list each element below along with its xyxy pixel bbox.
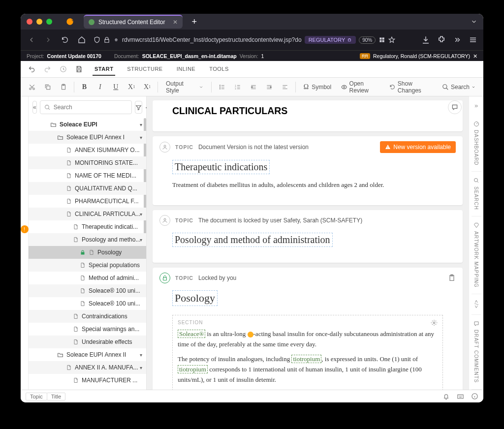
align-button[interactable]: [278, 80, 292, 94]
tree-item[interactable]: Special populations: [29, 259, 146, 272]
heading-therapeutic-indications[interactable]: Therapeutic indications: [172, 160, 270, 174]
comment-bubble-button[interactable]: [448, 100, 462, 114]
heading-clinical-particulars[interactable]: CLINICAL PARTICULARS: [172, 105, 443, 117]
tree-item[interactable]: Contraindications: [29, 310, 146, 323]
tree-item[interactable]: CLINICAL PARTICULA...▾: [29, 208, 146, 220]
breadcrumb-title[interactable]: Title: [47, 393, 65, 400]
posology-paragraph-2[interactable]: The potency of insulin analogues, includ…: [178, 354, 438, 385]
close-window[interactable]: [27, 19, 32, 25]
rtab-comments[interactable]: DRAFT COMMENTS: [472, 315, 481, 389]
tree-item[interactable]: NAME OF THE MEDI...: [29, 169, 146, 182]
search-input[interactable]: [54, 104, 127, 111]
forward-button[interactable]: [43, 35, 53, 45]
tab-structure[interactable]: STRUCTURE: [125, 63, 164, 76]
posology-paragraph-1[interactable]: Soleace® is an ultra-long -acting basal …: [178, 329, 438, 350]
tree-item[interactable]: Special warnings an...: [29, 323, 146, 336]
maximize-window[interactable]: [46, 19, 52, 25]
back-button[interactable]: [27, 35, 36, 45]
tree-item[interactable]: Soleace EUPI▾: [29, 118, 146, 131]
soleace-ref[interactable]: Soleace®: [178, 330, 205, 338]
reload-button[interactable]: [60, 35, 70, 45]
clipboard-icon[interactable]: [448, 274, 456, 282]
italic-button[interactable]: I: [93, 80, 107, 94]
show-changes-button[interactable]: Show Changes: [385, 80, 437, 94]
bold-button[interactable]: B: [77, 80, 92, 94]
paste-button[interactable]: [56, 80, 71, 94]
tree-item[interactable]: Soleace® 100 uni...: [29, 297, 146, 310]
subscript-button[interactable]: X1: [124, 80, 139, 94]
tree-item[interactable]: Method of admini...: [29, 272, 146, 284]
reader-icon[interactable]: [378, 36, 385, 43]
indent-button[interactable]: [262, 80, 277, 94]
number-list-button[interactable]: 123: [230, 80, 245, 94]
superscript-button[interactable]: X1: [140, 80, 155, 94]
tree-item[interactable]: Undesirable effects: [29, 336, 146, 348]
tab-inline[interactable]: INLINE: [175, 63, 197, 76]
cut-button[interactable]: [25, 80, 39, 94]
save-button[interactable]: [72, 62, 86, 76]
rtab-dashboard[interactable]: DASHBOARD: [472, 115, 481, 172]
tabs-dropdown-icon[interactable]: [471, 18, 477, 25]
breadcrumb-topic[interactable]: Topic: [26, 393, 47, 400]
browser-tab[interactable]: Structured Content Editor ✕: [84, 15, 183, 29]
tiotropium-ref-2[interactable]: tiotropium: [178, 365, 208, 373]
new-version-button[interactable]: New version available: [380, 141, 456, 153]
underline-button[interactable]: U: [108, 80, 123, 94]
undo-button[interactable]: [25, 62, 38, 76]
copy-button[interactable]: [40, 80, 55, 94]
menu-icon[interactable]: [469, 35, 477, 44]
open-review-button[interactable]: Open Review: [337, 80, 384, 94]
tree-item[interactable]: Therapeutic indicati...: [29, 220, 146, 233]
redo-button[interactable]: [40, 62, 54, 76]
bullet-list-button[interactable]: [215, 80, 229, 94]
outline-search[interactable]: [40, 100, 132, 114]
outdent-button[interactable]: [246, 80, 261, 94]
heading-posology-method[interactable]: Posology and method of administration: [172, 233, 333, 247]
tree-item[interactable]: QUALITATIVE AND Q...: [29, 182, 146, 195]
search-button[interactable]: Search: [438, 84, 479, 91]
tree-item[interactable]: Soleace® 100 uni...: [29, 284, 146, 297]
rtab-code[interactable]: </>: [472, 294, 481, 315]
section-settings-icon[interactable]: [431, 319, 438, 326]
new-tab-button[interactable]: +: [191, 17, 197, 27]
rtab-artwork[interactable]: ARTWORK MAPPING: [472, 216, 481, 294]
tree-item[interactable]: ANNEX II A. MANUFA...▾: [29, 361, 146, 374]
keyboard-icon[interactable]: [457, 393, 464, 400]
expand-panel-button[interactable]: »: [472, 100, 481, 110]
collapse-sidebar-button[interactable]: «: [32, 101, 37, 114]
tree-item[interactable]: Soleace EUPI Annex II▾: [29, 348, 146, 361]
close-tab-icon[interactable]: ✕: [173, 19, 178, 26]
section-box[interactable]: SECTION Soleace® is an ultra-long -actin…: [172, 315, 443, 390]
bell-icon[interactable]: [442, 393, 450, 400]
history-button[interactable]: [56, 62, 70, 76]
bookmark-icon[interactable]: [388, 36, 395, 43]
home-button[interactable]: [77, 35, 87, 45]
address-box[interactable]: rdvmwcrstd16/WebCenter_Inst/doctypestruc…: [94, 36, 414, 44]
tiotropium-ref[interactable]: tiotropium: [291, 355, 321, 363]
rtab-search[interactable]: SEARCH: [472, 172, 481, 216]
warning-icon[interactable]: !: [21, 225, 29, 233]
tree-item[interactable]: MANUFACTURER ...: [29, 374, 146, 387]
overflow-icon[interactable]: [453, 35, 462, 44]
minimize-window[interactable]: [36, 19, 42, 25]
body-therapeutic-indications[interactable]: Treatment of diabetes mellitus in adults…: [172, 180, 443, 190]
zoom-level[interactable]: 90%: [359, 36, 376, 44]
tab-start[interactable]: START: [93, 63, 115, 76]
tree-item[interactable]: Posology and metho...▾: [29, 233, 146, 246]
tree-item[interactable]: Posology: [29, 246, 146, 259]
tab-tools[interactable]: TOOLS: [207, 63, 231, 76]
filter-button[interactable]: [135, 101, 142, 114]
close-doc-icon[interactable]: ✕: [473, 53, 477, 59]
svg-point-23: [164, 218, 166, 220]
heading-posology[interactable]: Posology: [172, 290, 218, 306]
extensions-icon[interactable]: [437, 35, 446, 44]
tree-item[interactable]: MONITORING STATE...: [29, 156, 146, 169]
comment-marker-icon[interactable]: [248, 332, 253, 337]
info-icon[interactable]: [471, 393, 478, 400]
tree-item[interactable]: PHARMACEUTICAL F...: [29, 195, 146, 208]
tree-item[interactable]: Soleace EUPI Annex I▾: [29, 131, 146, 144]
output-style-dropdown[interactable]: Output Style: [161, 80, 209, 94]
download-icon[interactable]: [421, 35, 430, 44]
symbol-button[interactable]: Ω Symbol: [299, 83, 336, 91]
tree-item[interactable]: ANNEX ISUMMARY O...: [29, 144, 146, 156]
